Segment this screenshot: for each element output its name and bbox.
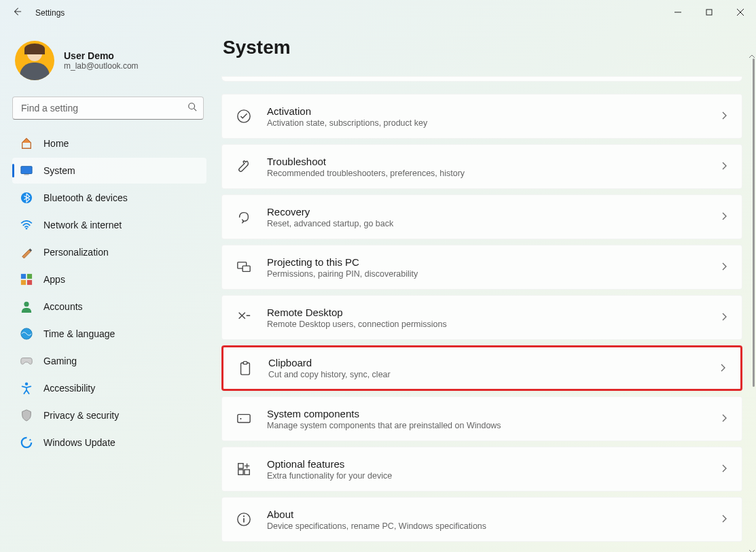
apps-icon (20, 273, 33, 286)
sidebar-item-apps[interactable]: Apps (12, 266, 206, 292)
profile-block[interactable]: User Demo m_lab@outlook.com (12, 37, 206, 91)
card-activation[interactable]: Activation Activation state, subscriptio… (221, 94, 742, 139)
about-icon (236, 511, 252, 528)
maximize-button[interactable] (694, 0, 725, 24)
card-system-components[interactable]: System components Manage system componen… (221, 396, 742, 441)
scrollbar-thumb[interactable] (753, 58, 755, 387)
card-desc: Extra functionality for your device (267, 471, 720, 481)
scrollbar[interactable] (748, 58, 755, 541)
svg-point-9 (26, 228, 28, 230)
sidebar-item-label: Accounts (43, 301, 83, 312)
card-desc: Activation state, subscriptions, product… (267, 118, 720, 128)
back-button[interactable] (12, 7, 22, 19)
card-about[interactable]: About Device specifications, rename PC, … (221, 497, 742, 542)
sidebar-item-system[interactable]: System (12, 158, 206, 184)
sidebar-item-label: Home (43, 138, 69, 149)
bluetooth-icon (20, 192, 33, 204)
svg-rect-7 (24, 174, 29, 175)
sidebar-item-label: Apps (43, 274, 65, 285)
card-title: Optional features (267, 458, 720, 470)
svg-rect-24 (238, 415, 250, 423)
sidebar-item-privacy[interactable]: Privacy & security (12, 402, 206, 428)
search-wrap (12, 97, 204, 120)
system-icon (20, 165, 33, 177)
card-title: Projecting to this PC (267, 256, 720, 268)
chevron-right-icon (720, 513, 728, 525)
card-desc: Remote Desktop users, connection permiss… (267, 320, 720, 329)
svg-rect-28 (245, 470, 249, 475)
chevron-right-icon (720, 463, 728, 475)
time-icon (20, 328, 33, 340)
sidebar-item-network[interactable]: Network & internet (12, 212, 206, 238)
chevron-right-icon (720, 261, 728, 273)
svg-rect-21 (242, 266, 250, 271)
card-desc: Recommended troubleshooters, preferences… (267, 169, 720, 178)
card-desc: Device specifications, rename PC, Window… (267, 521, 720, 531)
sidebar-item-label: Personalization (43, 247, 109, 258)
chevron-right-icon (720, 413, 728, 425)
profile-name: User Demo (64, 50, 139, 61)
sidebar-item-label: System (43, 165, 75, 176)
main-content: System Activation Activation state, subs… (212, 26, 756, 552)
accounts-icon (20, 300, 33, 313)
maximize-icon (706, 9, 713, 16)
sidebar-item-time[interactable]: Time & language (12, 321, 206, 347)
svg-rect-22 (241, 362, 250, 374)
card-title: Activation (267, 105, 720, 117)
avatar (15, 41, 54, 80)
scroll-up-icon[interactable] (749, 49, 755, 56)
optional-features-icon (236, 461, 252, 477)
svg-point-30 (243, 515, 245, 517)
back-arrow-icon (12, 7, 22, 16)
svg-point-4 (189, 103, 195, 109)
card-recovery[interactable]: Recovery Reset, advanced startup, go bac… (221, 194, 742, 239)
svg-rect-11 (27, 274, 32, 279)
sidebar-item-accessibility[interactable]: Accessibility (12, 375, 206, 401)
sidebar-item-update[interactable]: Windows Update (12, 430, 206, 455)
card-projecting[interactable]: Projecting to this PC Permissions, pairi… (221, 245, 742, 290)
projecting-icon (236, 259, 252, 275)
svg-rect-26 (238, 464, 243, 468)
card-optional-features[interactable]: Optional features Extra functionality fo… (221, 447, 742, 491)
nav-list: Home System Bluetooth & devices Network … (12, 131, 206, 455)
card-desc: Manage system components that are preins… (267, 421, 720, 430)
card-title: About (267, 508, 720, 520)
card-desc: Permissions, pairing PIN, discoverabilit… (267, 269, 720, 279)
svg-point-17 (25, 382, 29, 385)
sidebar-item-personalization[interactable]: Personalization (12, 239, 206, 265)
sidebar-item-label: Gaming (43, 356, 77, 366)
titlebar: Settings (0, 0, 756, 26)
card-clipboard[interactable]: Clipboard Cut and copy history, sync, cl… (221, 345, 742, 391)
svg-rect-6 (21, 167, 32, 174)
sidebar-item-label: Windows Update (43, 437, 115, 448)
card-list: Activation Activation state, subscriptio… (221, 94, 742, 545)
sidebar-item-gaming[interactable]: Gaming (12, 348, 206, 374)
card-title: System components (267, 408, 720, 419)
card-remote-desktop[interactable]: Remote Desktop Remote Desktop users, con… (221, 295, 742, 340)
svg-rect-1 (706, 10, 712, 15)
chevron-right-icon (719, 362, 727, 375)
minimize-button[interactable] (662, 0, 694, 24)
update-icon (20, 436, 33, 449)
troubleshoot-icon (236, 158, 252, 175)
svg-rect-23 (243, 361, 247, 364)
sidebar-item-home[interactable]: Home (12, 131, 206, 156)
sidebar-item-accounts[interactable]: Accounts (12, 294, 206, 320)
sidebar-item-bluetooth[interactable]: Bluetooth & devices (12, 185, 206, 211)
svg-point-25 (240, 418, 241, 419)
privacy-icon (20, 409, 33, 421)
svg-rect-27 (238, 470, 243, 475)
minimize-icon (674, 9, 681, 16)
chevron-right-icon (720, 110, 728, 122)
scroll-down-icon[interactable] (749, 544, 755, 551)
partial-card-above (221, 76, 742, 82)
svg-rect-12 (21, 280, 26, 285)
sidebar-item-label: Bluetooth & devices (43, 192, 128, 203)
close-icon (737, 9, 744, 16)
personalization-icon (20, 246, 33, 258)
card-troubleshoot[interactable]: Troubleshoot Recommended troubleshooters… (221, 144, 742, 189)
accessibility-icon (20, 382, 33, 394)
window-title: Settings (35, 8, 65, 18)
close-button[interactable] (725, 0, 756, 24)
search-input[interactable] (12, 97, 204, 120)
